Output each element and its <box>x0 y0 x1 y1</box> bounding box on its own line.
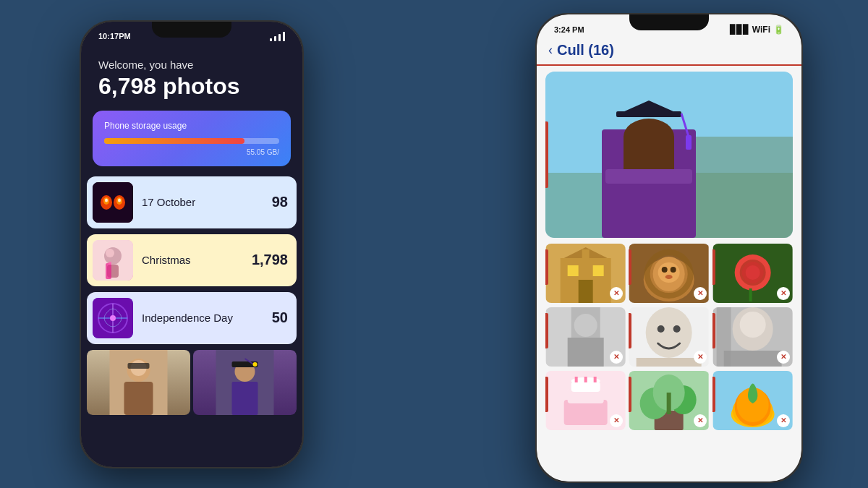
nav-title: Cull (16) <box>557 42 614 59</box>
svg-rect-88 <box>667 393 671 414</box>
svg-rect-20 <box>124 382 153 415</box>
storage-bar-fill <box>104 138 244 144</box>
main-image-container <box>545 72 793 238</box>
album-october[interactable]: 17 October 98 <box>87 176 297 228</box>
thumb-plants[interactable]: ✕ <box>629 371 709 430</box>
album-christmas[interactable]: Christmas 1,798 <box>87 234 297 286</box>
thumb-church[interactable]: ✕ <box>545 244 626 303</box>
welcome-subtitle: Welcome, you have <box>98 59 285 71</box>
battery-icon: 🔋 <box>773 25 784 35</box>
storage-bar-bg <box>104 138 279 144</box>
right-status-icons: ▊▊▊ WiFi 🔋 <box>730 25 784 35</box>
album-thumb-october <box>93 182 133 223</box>
main-red-indicator <box>545 121 548 188</box>
thumb-smile-bw[interactable]: ✕ <box>629 307 709 367</box>
left-time: 10:17PM <box>98 32 131 40</box>
svg-point-5 <box>105 198 108 202</box>
svg-point-54 <box>671 267 676 273</box>
thumb-october-img <box>93 182 133 223</box>
plants-x-mark[interactable]: ✕ <box>694 414 707 427</box>
svg-rect-76 <box>564 400 608 425</box>
svg-rect-44 <box>579 280 593 303</box>
svg-rect-46 <box>593 265 604 276</box>
left-phone: 10:17PM Welcome, you have 6,798 photos P… <box>80 20 304 468</box>
svg-rect-74 <box>716 307 731 367</box>
svg-rect-80 <box>575 377 578 382</box>
album-label-october: 17 October <box>142 196 272 208</box>
bottom-photos-strip <box>87 350 297 415</box>
portrait-bw-x-mark[interactable]: ✕ <box>777 351 790 364</box>
cake-red-bar <box>545 377 548 412</box>
phones-container: 10:17PM Welcome, you have 6,798 photos P… <box>36 13 832 476</box>
svg-rect-45 <box>568 265 579 276</box>
thumb-rose[interactable]: ✕ <box>712 244 793 303</box>
right-notch <box>629 14 709 30</box>
signal-bar-1 <box>270 38 272 41</box>
svg-point-55 <box>665 275 673 279</box>
storage-size: 55.05 GB/ <box>104 148 279 156</box>
right-time: 3:24 PM <box>554 25 584 34</box>
rose-red-bar <box>712 249 715 285</box>
svg-rect-82 <box>594 377 597 382</box>
signal-icons <box>270 32 285 41</box>
svg-rect-81 <box>584 377 587 382</box>
svg-point-11 <box>106 249 114 257</box>
svg-rect-47 <box>582 249 590 260</box>
thumb-independence-img <box>93 298 133 338</box>
church-x-mark[interactable]: ✕ <box>610 287 623 300</box>
storage-card: Phone storage usage 55.05 GB/ <box>93 111 291 166</box>
thumb-citrus[interactable]: ✕ <box>712 371 793 430</box>
smile-bw-x-mark[interactable]: ✕ <box>694 351 707 364</box>
storage-title: Phone storage usage <box>104 121 279 131</box>
person-bw-x-mark[interactable]: ✕ <box>610 351 623 364</box>
album-count-christmas: 1,798 <box>252 252 288 268</box>
thumb-christmas-img <box>93 240 133 281</box>
left-welcome: Welcome, you have 6,798 photos <box>81 44 302 111</box>
svg-rect-64 <box>568 338 604 367</box>
album-label-christmas: Christmas <box>142 254 252 266</box>
back-arrow-icon[interactable]: ‹ <box>548 43 553 58</box>
cake-x-mark[interactable]: ✕ <box>610 414 623 427</box>
thumb-person-bw[interactable]: ✕ <box>545 307 626 367</box>
album-label-independence: Independence Day <box>142 312 272 324</box>
svg-rect-0 <box>93 182 133 223</box>
svg-rect-38 <box>686 135 692 150</box>
album-thumb-independence <box>93 298 133 338</box>
signal-bar-3 <box>278 34 281 41</box>
svg-point-66 <box>646 307 692 358</box>
right-nav: ‹ Cull (16) <box>537 38 801 66</box>
right-screen: 3:24 PM ▊▊▊ WiFi 🔋 ‹ Cull (16) <box>537 14 801 481</box>
svg-rect-60 <box>749 288 752 301</box>
svg-point-63 <box>574 314 597 337</box>
welcome-count: 6,798 photos <box>98 74 285 99</box>
rose-x-mark[interactable]: ✕ <box>777 287 790 300</box>
svg-rect-40 <box>605 169 692 184</box>
portrait-bw-red-bar <box>712 313 715 348</box>
svg-point-53 <box>662 267 668 273</box>
signal-icon: ▊▊▊ <box>730 25 749 35</box>
svg-rect-10 <box>106 263 111 279</box>
album-count-october: 98 <box>272 194 288 210</box>
signal-bar-4 <box>283 32 285 41</box>
thumb-lion[interactable]: ✕ <box>629 244 709 303</box>
thumb-grid-row3: ✕ ✕ <box>545 371 793 430</box>
citrus-x-mark[interactable]: ✕ <box>777 414 790 427</box>
svg-point-68 <box>673 325 681 333</box>
lion-x-mark[interactable]: ✕ <box>694 287 707 300</box>
plants-red-bar <box>629 377 631 412</box>
thumb-cake[interactable]: ✕ <box>545 371 626 430</box>
thumb-portrait-bw[interactable]: ✕ <box>712 307 793 367</box>
signal-bar-2 <box>274 36 276 41</box>
left-screen: 10:17PM Welcome, you have 6,798 photos P… <box>81 22 302 467</box>
svg-point-28 <box>253 362 258 367</box>
bottom-photo-woman <box>87 350 190 415</box>
right-phone: 3:24 PM ▊▊▊ WiFi 🔋 ‹ Cull (16) <box>535 13 803 483</box>
album-thumb-christmas <box>93 240 133 281</box>
thumb-grid-row2: ✕ ✕ <box>545 307 793 367</box>
person-bw-red-bar <box>545 313 548 348</box>
album-independence[interactable]: Independence Day 50 <box>87 292 297 344</box>
svg-rect-22 <box>128 363 150 369</box>
lion-red-bar <box>629 249 631 285</box>
album-count-independence: 50 <box>272 309 288 326</box>
thumb-grid-row1: ✕ ✕ <box>545 244 793 303</box>
